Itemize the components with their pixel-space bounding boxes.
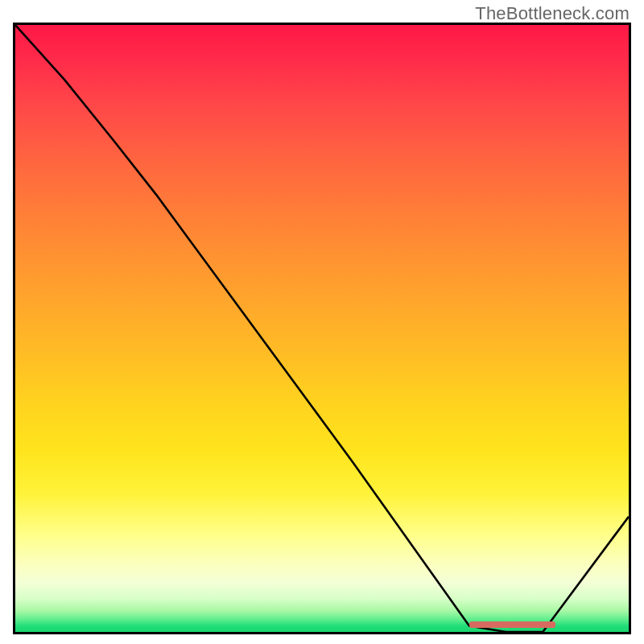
bottleneck-curve-path [15,25,629,632]
chart-line-svg [15,25,629,632]
watermark-text: TheBottleneck.com [475,3,630,24]
chart-area [13,23,631,634]
optimal-range-marker [469,621,555,628]
